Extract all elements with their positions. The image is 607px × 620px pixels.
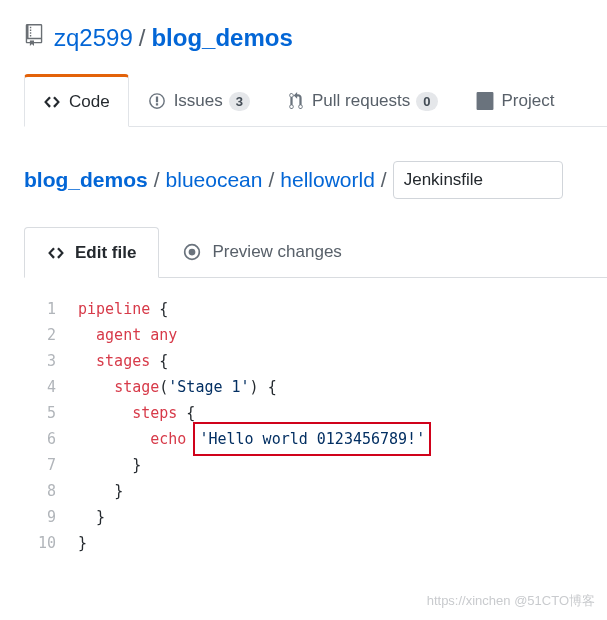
tab-code-label: Code	[69, 92, 110, 112]
highlighted-string: 'Hello world 0123456789!'	[193, 422, 431, 456]
filename-input[interactable]	[393, 161, 563, 199]
slash: /	[139, 24, 146, 52]
breadcrumb-sep: /	[154, 168, 160, 192]
tab-pulls-label: Pull requests	[312, 91, 410, 111]
line-number: 2	[24, 322, 78, 348]
tab-projects[interactable]: Project	[457, 74, 574, 126]
breadcrumb-folder-2[interactable]: helloworld	[280, 168, 375, 192]
tab-edit-file[interactable]: Edit file	[24, 227, 159, 278]
svg-point-1	[189, 249, 196, 256]
repo-header: zq2599 / blog_demos	[24, 24, 607, 52]
breadcrumb: blog_demos / blueocean / helloworld /	[24, 161, 607, 199]
line-number: 7	[24, 452, 78, 478]
tab-preview-changes[interactable]: Preview changes	[159, 227, 364, 277]
line-number: 9	[24, 504, 78, 530]
repo-owner-link[interactable]: zq2599	[54, 24, 133, 52]
tab-edit-label: Edit file	[75, 243, 136, 263]
watermark: https://xinchen @51CTO博客	[427, 592, 595, 610]
line-number: 4	[24, 374, 78, 400]
pulls-count: 0	[416, 92, 437, 111]
tab-preview-label: Preview changes	[212, 242, 341, 262]
issues-count: 3	[229, 92, 250, 111]
breadcrumb-sep: /	[381, 168, 387, 192]
line-number: 6	[24, 426, 78, 452]
line-number: 5	[24, 400, 78, 426]
line-number: 10	[24, 530, 78, 556]
code-editor[interactable]: 1pipeline { 2 agent any 3 stages { 4 sta…	[24, 278, 607, 556]
breadcrumb-sep: /	[268, 168, 274, 192]
tab-issues-label: Issues	[174, 91, 223, 111]
line-number: 1	[24, 296, 78, 322]
repo-name-link[interactable]: blog_demos	[151, 24, 292, 52]
repo-icon	[24, 24, 44, 52]
tab-issues[interactable]: Issues 3	[129, 74, 269, 126]
breadcrumb-folder-1[interactable]: blueocean	[166, 168, 263, 192]
editor-tabs: Edit file Preview changes	[24, 227, 607, 278]
line-number: 8	[24, 478, 78, 504]
line-number: 3	[24, 348, 78, 374]
breadcrumb-root[interactable]: blog_demos	[24, 168, 148, 192]
tab-pull-requests[interactable]: Pull requests 0	[269, 74, 457, 126]
tab-code[interactable]: Code	[24, 74, 129, 127]
tab-projects-label: Project	[502, 91, 555, 111]
repo-nav: Code Issues 3 Pull requests 0 Project	[24, 74, 607, 127]
